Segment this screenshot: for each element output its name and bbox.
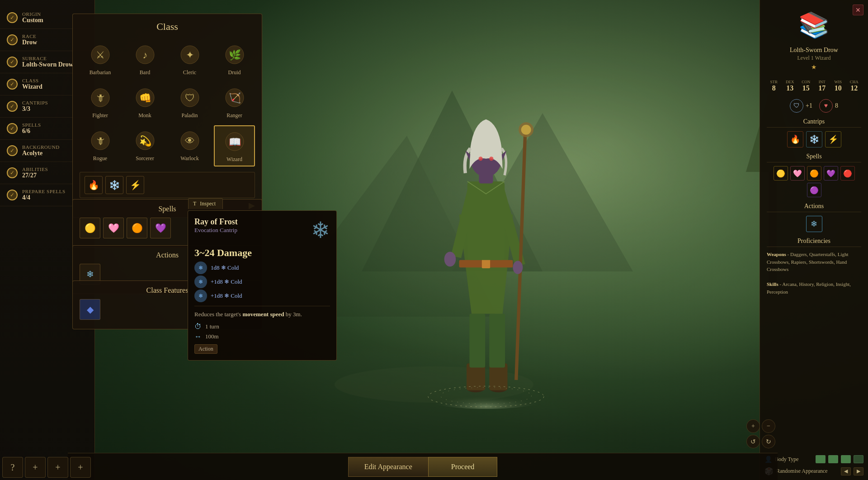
class-item-cleric[interactable]: ✦ Cleric (169, 39, 210, 79)
class-icon-warlock: 👁 (177, 128, 203, 153)
dice-text-1: +1d8 ❄ Cold (211, 278, 242, 285)
armor-value: +1 (806, 102, 812, 109)
class-name-sorcerer: Sorcerer (136, 155, 154, 162)
subclass-icon-1[interactable]: ❄️ (105, 176, 123, 194)
spell-icon-2[interactable]: 🟠 (127, 218, 147, 238)
sidebar-value-background: Acolyte (22, 150, 60, 157)
sidebar-label-class: Class (22, 78, 42, 83)
subclass-icon-0[interactable]: 🔥 (85, 176, 103, 194)
stat-grid: STR 8 DEX 13 CON 15 INT 17 WIS 10 CHA 12 (767, 80, 861, 92)
svg-text:📖: 📖 (228, 136, 241, 148)
sidebar-text-origin: Origin Custom (22, 11, 43, 24)
action-icon[interactable]: ❄ (806, 216, 822, 232)
rotate-left-button[interactable]: ↺ (746, 435, 760, 448)
add-button-3[interactable]: + (70, 457, 91, 478)
tooltip-range: ↔ 100m (194, 333, 330, 341)
class-item-paladin[interactable]: 🛡 Paladin (169, 82, 210, 122)
clock-icon: ⏱ (194, 323, 202, 331)
sidebar-text-prepare_spells: Prepare Spells 4/4 (22, 189, 66, 201)
character-portrait: 📚 Lolth-Sworn Drow Level 1 Wizard ★ (767, 7, 861, 73)
stat-cha: CHA 12 (847, 80, 862, 92)
proficiencies-text: Weapons - Daggers, Quarterstaffs, Light … (767, 251, 861, 295)
right-spell-0[interactable]: 🟡 (774, 166, 788, 181)
hp-row: 🛡 +1 ♥ 8 (767, 99, 861, 113)
check-cantrips (7, 101, 18, 112)
svg-text:🏹: 🏹 (228, 92, 241, 104)
actions-icons-right: ❄ (767, 216, 861, 232)
stat-value-str: 8 (772, 84, 776, 92)
feature-spell-icon[interactable]: ◆ (80, 299, 100, 320)
spell-icon-3[interactable]: 💜 (150, 218, 171, 238)
class-name-monk: Monk (138, 112, 151, 119)
body-type-btn-4[interactable] (854, 455, 863, 463)
svg-point-29 (513, 261, 523, 274)
dice-row-1: ❄ +1d8 ❄ Cold (194, 276, 330, 288)
sidebar-label-background: Background (22, 144, 60, 150)
class-item-sorcerer[interactable]: 💫 Sorcerer (124, 125, 165, 166)
spell-icon-1[interactable]: 🩷 (103, 218, 124, 238)
edit-appearance-button[interactable]: Edit Appearance (348, 457, 428, 477)
class-item-monk[interactable]: 👊 Monk (124, 82, 165, 122)
zoom-in-button[interactable]: + (746, 419, 760, 433)
right-spell-2[interactable]: 🟠 (807, 166, 821, 181)
class-item-fighter[interactable]: 🗡 Fighter (80, 82, 121, 122)
svg-rect-16 (469, 314, 485, 367)
class-name-bard: Bard (140, 69, 150, 76)
class-item-ranger[interactable]: 🏹 Ranger (214, 82, 255, 122)
sidebar-label-origin: Origin (22, 11, 43, 17)
class-panel-title: Class (80, 21, 255, 33)
class-icon-bard: ♪ (132, 42, 158, 67)
class-item-barbarian[interactable]: ⚔ Barbarian (80, 39, 121, 79)
class-icon-ranger: 🏹 (222, 85, 247, 110)
tooltip-panel: T Inspect Ray of Frost Evocation Cantrip… (188, 210, 337, 361)
right-spell-3[interactable]: 💜 (824, 166, 838, 181)
class-item-druid[interactable]: 🌿 Druid (214, 39, 255, 79)
check-origin (7, 12, 18, 23)
sidebar-value-cantrips: 3/3 (22, 105, 48, 113)
subclass-icon-2[interactable]: ⚡ (126, 176, 144, 194)
portrait-emblem: 📚 (796, 7, 832, 43)
class-item-wizard[interactable]: 📖 Wizard (214, 125, 255, 166)
rand-arrow-left[interactable]: ◀ (841, 467, 851, 475)
class-icon-fighter: 🗡 (88, 85, 113, 110)
sidebar-text-background: Background Acolyte (22, 144, 60, 157)
dice-icon-2: ❄ (194, 290, 207, 302)
proceed-button[interactable]: Proceed (428, 457, 498, 477)
class-name-fighter: Fighter (92, 112, 108, 119)
tooltip-damage: 3~24 Damage (194, 247, 330, 259)
class-item-rogue[interactable]: 🗡 Rogue (80, 125, 121, 166)
dice-text-0: 1d8 ❄ Cold (211, 264, 239, 271)
body-type-btn-1[interactable] (816, 455, 826, 463)
right-spell-4[interactable]: 🔴 (840, 166, 855, 181)
rand-arrow-right[interactable]: ▶ (854, 467, 863, 475)
rotate-right-button[interactable]: ↻ (762, 435, 775, 448)
sidebar-value-abilities: 27/27 (22, 172, 48, 179)
body-type-btn-3[interactable] (841, 455, 851, 463)
svg-point-11 (420, 384, 552, 409)
right-cantrip-0[interactable]: 🔥 (787, 131, 803, 147)
class-icon-monk: 👊 (132, 85, 158, 110)
stat-name-int: INT (819, 80, 826, 84)
right-cantrip-1[interactable]: ❄️ (806, 131, 822, 147)
right-spell-5[interactable]: 🟣 (807, 183, 821, 197)
class-item-bard[interactable]: ♪ Bard (124, 39, 165, 79)
close-button[interactable]: ✕ (853, 5, 863, 15)
armor-icon: 🛡 (790, 99, 803, 113)
class-item-warlock[interactable]: 👁 Warlock (169, 125, 210, 166)
add-button-1[interactable]: + (25, 457, 46, 478)
help-button[interactable]: ? (2, 457, 23, 478)
right-spell-1[interactable]: 🩷 (790, 166, 805, 181)
add-button-2[interactable]: + (47, 457, 68, 478)
right-panel: ▲ 📚 Lolth-Sworn Drow Level 1 Wizard ★ ST… (760, 0, 868, 480)
zoom-out-button[interactable]: − (762, 419, 775, 433)
cantrips-header: Cantrips (767, 118, 861, 128)
svg-text:🗡: 🗡 (95, 92, 105, 104)
right-cantrip-2[interactable]: ⚡ (825, 131, 841, 147)
randomise-label: Randomise Appearance (776, 468, 838, 475)
svg-text:👊: 👊 (139, 92, 151, 104)
body-type-btn-2[interactable] (828, 455, 838, 463)
spell-icon-0[interactable]: 🟡 (80, 218, 100, 238)
hp-item: ♥ 8 (819, 99, 838, 113)
inspect-tab[interactable]: T Inspect (188, 198, 223, 209)
character-class: Level 1 Wizard (797, 55, 831, 62)
